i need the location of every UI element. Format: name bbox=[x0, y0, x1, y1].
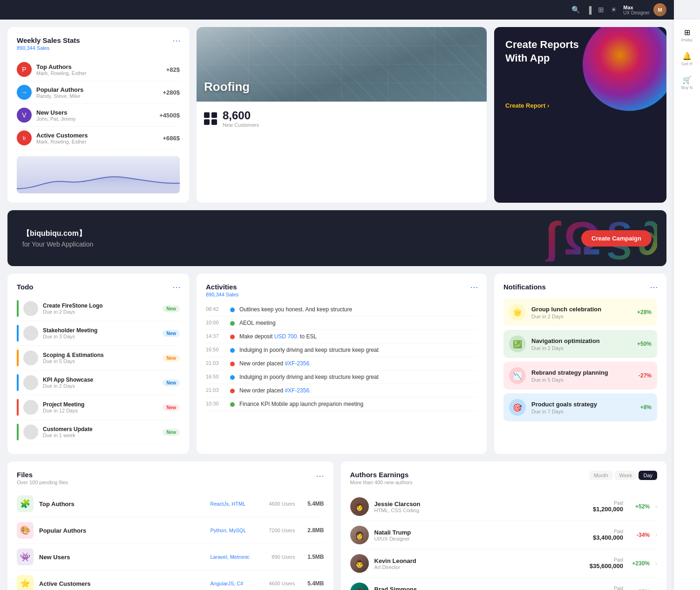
weekly-sales-card: Weekly Sales Stats 890,344 Sales ⋯ P Top… bbox=[7, 27, 189, 203]
todo-bar bbox=[17, 424, 19, 440]
create-reports-card: Create Reports With App Create Report › bbox=[494, 27, 666, 203]
file-tech: ReactJs, HTML bbox=[211, 501, 257, 507]
notif-due: Due in 2 Days bbox=[531, 314, 632, 319]
activity-text: Finance KPI Mobile app launch preparion … bbox=[239, 401, 363, 407]
file-tech: AngularJS, C# bbox=[211, 581, 257, 586]
search-icon[interactable]: 🔍 bbox=[571, 6, 580, 14]
earnings-chevron-icon[interactable]: › bbox=[655, 503, 657, 510]
list-item: 🌟 Group lunch celebration Due in 2 Days … bbox=[503, 298, 657, 326]
todo-name: Scoping & Estimations bbox=[43, 352, 158, 358]
file-name: Popular Authors bbox=[39, 527, 205, 534]
notifications-menu[interactable]: ⋯ bbox=[650, 282, 658, 292]
earnings-name: Brad Simmons bbox=[374, 586, 592, 590]
earnings-avatar: 👨 bbox=[350, 554, 369, 573]
file-size: 2.8MB bbox=[301, 527, 324, 534]
activity-text: AEOL meeting bbox=[239, 320, 276, 326]
activity-text: Indulging in poorly driving and keep str… bbox=[239, 347, 379, 353]
notif-icon: 💹 bbox=[509, 336, 526, 352]
period-tab-month[interactable]: Month bbox=[589, 471, 613, 480]
list-item: 👩 Jessie Clarcson HTML, CSS Coding Paid … bbox=[350, 493, 658, 521]
todo-avatar bbox=[23, 301, 38, 316]
file-size: 1.5MB bbox=[301, 554, 324, 560]
list-item: 21:03 New order placed #XF-2356. bbox=[206, 384, 477, 398]
grid-icon: ⊞ bbox=[684, 28, 690, 37]
sidebar-item-prebu[interactable]: ⊞ Prebu bbox=[678, 25, 696, 45]
user-profile[interactable]: Max UX Designer M bbox=[623, 3, 666, 16]
file-tech: Python, MySQL bbox=[211, 528, 257, 533]
list-item: 💹 Navigation optimization Due in 2 Days … bbox=[503, 330, 657, 358]
list-item: 10:30 Finance KPI Mobile app launch prep… bbox=[206, 398, 477, 411]
todo-name: Create FireStone Logo bbox=[43, 302, 158, 309]
todo-due: Due in 12 Days bbox=[43, 408, 158, 413]
todo-badge: New bbox=[163, 429, 180, 436]
todo-badge: New bbox=[163, 379, 180, 386]
activity-link[interactable]: #XF-2356. bbox=[285, 387, 311, 394]
list-item: ⭐ Active Customers AngularJS, C# 4600 Us… bbox=[17, 570, 324, 590]
create-report-link[interactable]: Create Report › bbox=[505, 102, 655, 109]
roofing-image: Roofing bbox=[197, 27, 487, 102]
activity-text: New order placed #XF-2356. bbox=[239, 387, 311, 394]
earnings-chevron-icon[interactable]: › bbox=[655, 560, 657, 567]
list-item: 10:00 AEOL meeting bbox=[206, 316, 477, 330]
file-size: 5.4MB bbox=[301, 501, 324, 507]
notifications-title: Notifications bbox=[503, 283, 657, 291]
earnings-avatar: 👩 bbox=[350, 497, 369, 516]
earnings-chevron-icon[interactable]: › bbox=[655, 532, 657, 538]
notif-due: Due in 2 Days bbox=[531, 345, 632, 351]
activity-link[interactable]: USD 700. bbox=[274, 333, 299, 340]
file-users: 4600 Users bbox=[263, 581, 295, 586]
activities-menu[interactable]: ⋯ bbox=[470, 282, 478, 292]
list-item: 14:37 Make deposit USD 700. to ESL bbox=[206, 330, 477, 343]
sidebar-item-buyn[interactable]: 🛒 Buy N bbox=[678, 73, 696, 93]
todo-badge: New bbox=[163, 355, 180, 362]
file-users: 7200 Users bbox=[263, 528, 295, 533]
create-campaign-button[interactable]: Create Campaign bbox=[581, 230, 652, 247]
file-icon: 🎨 bbox=[17, 522, 34, 539]
earnings-paid-label: Paid bbox=[590, 557, 623, 563]
file-icon: 👾 bbox=[17, 549, 34, 565]
todo-menu[interactable]: ⋯ bbox=[172, 282, 181, 292]
list-item: Scoping & Estimations Due in 5 Days New bbox=[17, 346, 180, 370]
new-customers-label: New Customers bbox=[223, 122, 259, 128]
list-item: 21:03 New order placed #XF-2356. bbox=[206, 357, 477, 370]
activities-title: Activities bbox=[206, 283, 477, 291]
file-users: 4600 Users bbox=[263, 501, 295, 507]
avatar[interactable]: M bbox=[653, 3, 666, 16]
activities-card: Activities 890,344 Sales ⋯ 08:42 Outline… bbox=[197, 274, 487, 454]
bell-icon: 🔔 bbox=[682, 52, 692, 61]
earnings-subtitle: More than 400 new authors bbox=[350, 480, 413, 485]
period-tab-week[interactable]: Week bbox=[615, 471, 637, 480]
notif-due: Due in 5 Days bbox=[531, 377, 633, 383]
period-tab-day[interactable]: Day bbox=[639, 471, 657, 480]
todo-avatar bbox=[23, 375, 38, 390]
row1: Weekly Sales Stats 890,344 Sales ⋯ P Top… bbox=[7, 27, 666, 203]
todo-name: Project Meeting bbox=[43, 401, 158, 408]
activity-time: 08:42 bbox=[206, 306, 225, 312]
activity-link[interactable]: #XF-2356. bbox=[285, 360, 311, 367]
list-item: 🎨 Popular Authors Python, MySQL 7200 Use… bbox=[17, 517, 324, 544]
notif-icon: 📉 bbox=[509, 367, 526, 384]
todo-card: Todo ⋯ Create FireStone Logo Due in 2 Da… bbox=[7, 274, 189, 454]
row3: Todo ⋯ Create FireStone Logo Due in 2 Da… bbox=[7, 274, 666, 454]
todo-due: Due in 3 Days bbox=[43, 334, 158, 339]
create-reports-title: Create Reports With App bbox=[505, 38, 655, 65]
earnings-paid-label: Paid bbox=[598, 586, 623, 590]
top-authors-sub: Mark, Rowling, Esther bbox=[36, 70, 162, 76]
notif-change: +50% bbox=[637, 341, 652, 347]
todo-bar bbox=[17, 325, 19, 342]
weekly-sales-menu[interactable]: ⋯ bbox=[172, 35, 181, 46]
activity-time: 14:37 bbox=[206, 333, 225, 339]
todo-avatar bbox=[23, 350, 38, 365]
todo-name: KPI App Showcase bbox=[43, 377, 158, 383]
top-authors-name: Top Authors bbox=[36, 63, 162, 70]
todo-avatar bbox=[23, 425, 38, 439]
new-users-sub: John, Pat, Jimmy bbox=[36, 116, 155, 122]
todo-bar bbox=[17, 399, 19, 416]
list-item: 16:50 Indulging in poorly driving and ke… bbox=[206, 343, 477, 357]
files-menu[interactable]: ⋯ bbox=[316, 471, 324, 481]
earnings-paid-label: Paid bbox=[593, 529, 623, 534]
notif-change: +8% bbox=[640, 404, 652, 411]
sidebar-item-geth[interactable]: 🔔 Get H bbox=[678, 49, 696, 69]
brightness-icon[interactable]: ☀ bbox=[611, 6, 617, 14]
grid-icon[interactable]: ⊞ bbox=[598, 6, 604, 14]
